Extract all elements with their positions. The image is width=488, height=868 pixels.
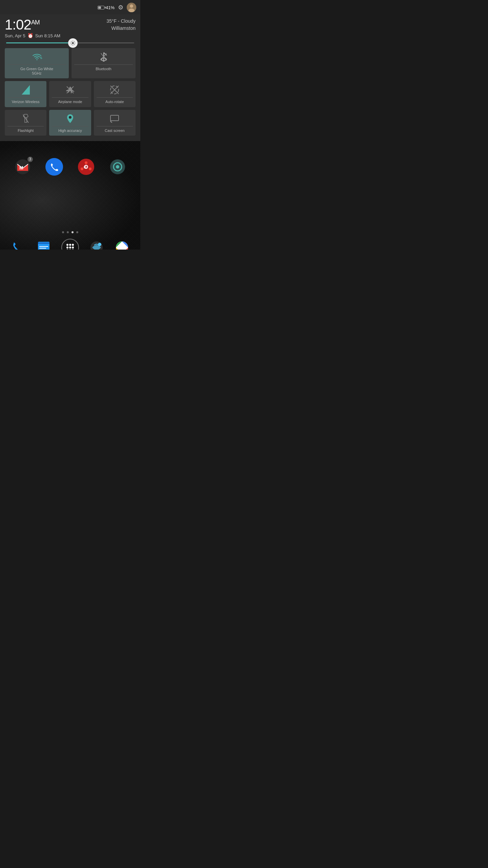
svg-point-3 bbox=[72, 42, 74, 44]
home-background bbox=[0, 141, 140, 250]
svg-line-10 bbox=[74, 41, 74, 41]
app4-icon[interactable] bbox=[109, 158, 126, 176]
time-area: 1:02AM Sun, Apr 5 ⏰ Sun 8:15 AM bbox=[5, 18, 60, 38]
svg-point-42 bbox=[116, 165, 119, 169]
notification-panel: 1:02AM Sun, Apr 5 ⏰ Sun 8:15 AM 35°F - C… bbox=[0, 14, 140, 141]
svg-point-54 bbox=[66, 249, 68, 250]
tile-location[interactable]: High accuracy bbox=[49, 110, 91, 136]
gmail-app-wrapper: M 3 bbox=[14, 158, 32, 176]
dot-1 bbox=[62, 231, 64, 233]
settings-icon[interactable]: ⚙ bbox=[118, 4, 123, 11]
svg-point-1 bbox=[130, 4, 133, 8]
wifi-label: Go Green Go White5GHz bbox=[20, 67, 53, 76]
battery-percent: 41% bbox=[106, 5, 115, 10]
svg-point-56 bbox=[72, 249, 74, 250]
tile-divider bbox=[52, 126, 88, 126]
flashlight-label: Flashlight bbox=[18, 129, 34, 133]
castscreen-label: Cast screen bbox=[105, 129, 125, 133]
svg-rect-44 bbox=[38, 242, 49, 244]
airplane-icon bbox=[65, 84, 75, 95]
tile-divider bbox=[7, 97, 44, 98]
svg-point-55 bbox=[69, 249, 71, 250]
svg-text:M: M bbox=[19, 165, 23, 171]
brightness-track bbox=[6, 42, 134, 43]
phone-app-wrapper bbox=[45, 158, 63, 176]
svg-line-8 bbox=[71, 41, 71, 41]
wifi-icon: ⇅ bbox=[32, 52, 42, 62]
svg-point-52 bbox=[69, 246, 71, 249]
svg-point-34 bbox=[85, 161, 87, 164]
page-dots bbox=[62, 231, 78, 233]
svg-line-11 bbox=[71, 44, 71, 44]
battery-area: 41% bbox=[98, 5, 115, 10]
tile-divider bbox=[97, 126, 133, 126]
svg-point-53 bbox=[72, 246, 74, 249]
tile-divider bbox=[7, 64, 66, 65]
dock-messages[interactable] bbox=[36, 239, 52, 250]
tile-cellular[interactable]: Verizon Wireless bbox=[5, 81, 46, 107]
avatar[interactable] bbox=[127, 3, 136, 12]
tile-autorotate[interactable]: Auto-rotate bbox=[94, 81, 136, 107]
dock-phone[interactable] bbox=[10, 239, 26, 250]
brightness-row[interactable] bbox=[5, 42, 136, 43]
alarm-icon: ⏰ bbox=[27, 33, 33, 38]
svg-line-9 bbox=[74, 44, 74, 44]
weather-location: Williamston bbox=[106, 25, 136, 32]
dot-3 bbox=[72, 231, 74, 233]
tiles-section: ⇅ Go Green Go White5GHz bbox=[5, 48, 136, 136]
svg-point-50 bbox=[72, 244, 74, 246]
tiles-row-bottom: Flashlight High accuracy bbox=[5, 110, 136, 136]
date-alarm-row: Sun, Apr 5 ⏰ Sun 8:15 AM bbox=[5, 33, 60, 38]
settings-app-icon[interactable]: ⚙ bbox=[77, 158, 95, 176]
location-label: High accuracy bbox=[58, 129, 82, 133]
tiles-row-top: ⇅ Go Green Go White5GHz bbox=[5, 48, 136, 78]
tile-wifi[interactable]: ⇅ Go Green Go White5GHz bbox=[5, 48, 69, 78]
svg-point-51 bbox=[66, 246, 68, 249]
tile-divider bbox=[97, 97, 133, 98]
tiles-row-mid: Verizon Wireless Airplane mode bbox=[5, 81, 136, 107]
svg-point-36 bbox=[89, 167, 92, 170]
svg-point-48 bbox=[66, 244, 68, 246]
phone-app-icon[interactable] bbox=[45, 158, 63, 176]
airplane-label: Airplane mode bbox=[58, 100, 82, 104]
tile-divider bbox=[74, 64, 133, 65]
date-text: Sun, Apr 5 bbox=[5, 33, 25, 38]
autorotate-label: Auto-rotate bbox=[105, 100, 124, 104]
weather-temp: 35°F - Cloudy bbox=[106, 18, 136, 25]
tile-airplane[interactable]: Airplane mode bbox=[49, 81, 91, 107]
dock-data[interactable] bbox=[88, 239, 105, 250]
svg-text:⚙: ⚙ bbox=[83, 165, 87, 169]
dock-maps[interactable] bbox=[114, 239, 130, 250]
flashlight-icon bbox=[22, 113, 29, 124]
castscreen-icon bbox=[110, 113, 119, 124]
home-screen: M 3 ⚙ bbox=[0, 141, 140, 250]
tile-divider bbox=[52, 97, 88, 98]
time-display: 1:02AM bbox=[5, 18, 60, 32]
svg-point-29 bbox=[69, 116, 72, 119]
weather-area: 35°F - Cloudy Williamston bbox=[106, 18, 136, 32]
location-icon bbox=[66, 113, 74, 124]
tile-castscreen[interactable]: Cast screen bbox=[94, 110, 136, 136]
svg-marker-21 bbox=[22, 85, 30, 95]
app-icons-row: M 3 ⚙ bbox=[0, 158, 140, 176]
dock bbox=[0, 239, 140, 250]
time-weather-row: 1:02AM Sun, Apr 5 ⏰ Sun 8:15 AM 35°F - C… bbox=[5, 18, 136, 38]
bluetooth-label: Bluetooth bbox=[96, 67, 111, 71]
svg-point-49 bbox=[69, 244, 71, 246]
autorotate-icon bbox=[110, 84, 119, 95]
app4-wrapper bbox=[109, 158, 126, 176]
brightness-thumb[interactable] bbox=[68, 38, 78, 48]
tile-divider bbox=[7, 126, 44, 126]
dock-apps[interactable] bbox=[61, 239, 79, 250]
alarm-time: Sun 8:15 AM bbox=[35, 33, 60, 38]
svg-text:⇅: ⇅ bbox=[40, 56, 42, 60]
tile-flashlight[interactable]: Flashlight bbox=[5, 110, 46, 136]
battery-icon bbox=[98, 6, 104, 9]
svg-point-35 bbox=[81, 167, 83, 170]
settings-app-wrapper: ⚙ bbox=[77, 158, 95, 176]
brightness-filled bbox=[6, 42, 73, 43]
tile-bluetooth[interactable]: Bluetooth bbox=[72, 48, 136, 78]
cellular-icon bbox=[22, 84, 30, 95]
bluetooth-icon bbox=[100, 52, 107, 62]
gmail-badge: 3 bbox=[27, 157, 33, 162]
